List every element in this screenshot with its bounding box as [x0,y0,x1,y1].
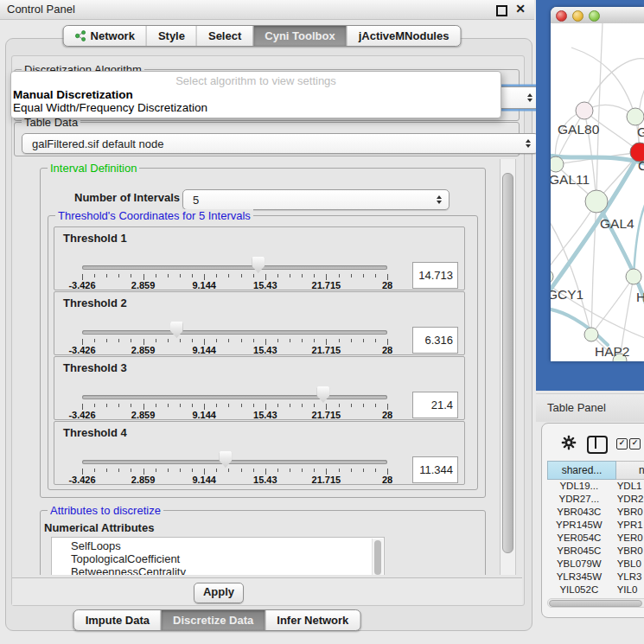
float-window-icon[interactable] [496,5,507,16]
table-row[interactable]: YLR345WYLR3 [547,571,644,583]
threshold-value-field[interactable]: 21.4 [412,392,458,418]
cell-name: YBR0 [611,506,644,519]
node-gal80[interactable] [576,102,593,119]
table-row[interactable]: YER054CYER0 [547,532,644,545]
table-row[interactable]: YDR27...YDR2 [547,493,644,506]
tick-mark [118,404,119,407]
table-hscrollbar[interactable] [547,598,644,608]
table-row[interactable]: YIL052CYIL0 [547,583,644,596]
tick-mark [228,274,229,277]
node-hap2[interactable] [584,328,598,341]
tab-style[interactable]: Style [146,26,196,46]
close-icon[interactable]: ✕ [515,2,526,16]
tick-label: 2.859 [131,345,156,355]
column-header-name[interactable]: na [616,461,644,480]
tick-mark [253,339,254,342]
list-item[interactable]: TopologicalCoefficient [52,552,384,565]
network-canvas[interactable]: GAL80 GA C GAL11 GAL4 GCY1 H HAP2 [551,23,644,361]
tick-label: 21.715 [312,280,341,290]
tick-mark [375,404,376,407]
slider-thumb[interactable] [170,322,183,338]
threshold-value-field[interactable]: 11.344 [412,456,458,483]
table-data-combobox[interactable]: galFiltered.sif default node [22,133,539,154]
group-title: Threshold's Coordinates for 5 Intervals [55,209,253,222]
node-gal4[interactable] [585,190,608,213]
threshold-value-field[interactable]: 14.713 [412,262,458,289]
tick-mark [168,404,169,407]
tab-impute-data[interactable]: Impute Data [74,610,161,630]
tick-mark [143,274,144,280]
checkbox-icon[interactable]: ✓ [616,438,628,450]
network-window: GAL80 GA C GAL11 GAL4 GCY1 H HAP2 [551,7,644,361]
list-item[interactable]: SelfLoops [52,539,384,552]
slider-tick-labels: -3.426 2.859 9.144 15.43 21.715 28 [82,280,387,290]
attributes-list[interactable]: SelfLoops TopologicalCoefficient Between… [51,537,385,575]
dropdown-option-equal-width[interactable]: Equal Width/Frequency Discretization [11,101,501,114]
node-gcy1[interactable] [551,270,553,284]
tick-mark [106,404,107,407]
tick-label: 15.43 [253,280,277,290]
tick-mark [106,274,107,277]
column-header-shared-name[interactable]: shared... [547,461,616,480]
table-row[interactable]: YDL19...YDL1 [547,480,644,493]
table-row[interactable]: YPR145WYPR1 [547,519,644,532]
tab-infer-network[interactable]: Infer Network [265,610,360,630]
list-item[interactable]: BetweennessCentrality [52,565,384,575]
tick-label: 2.859 [131,475,156,485]
threshold-panel: Threshold 1 -3.426 2.859 9.144 15.43 21.… [54,226,465,290]
table-body[interactable]: YDL19...YDL1YDR27...YDR2YBR043CYBR0YPR14… [547,480,644,596]
tick-mark [387,404,388,410]
tick-mark [131,404,131,407]
table-row[interactable]: YBR043CYBR0 [547,506,644,519]
attributes-group: Attributes to discretize Numerical Attri… [40,510,486,575]
tab-network[interactable]: Network [64,26,146,46]
scrollbar-thumb[interactable] [502,173,513,553]
cell-shared-name: YDR27... [547,493,611,506]
tab-select[interactable]: Select [196,26,252,46]
list-scrollbar[interactable] [372,539,383,575]
tick-label: -3.426 [68,410,95,420]
tab-jactivemnodules[interactable]: jActiveMNodules [347,26,461,46]
numerical-attributes-label: Numerical Attributes [44,521,154,534]
tick-mark [277,339,278,342]
minimize-traffic-light[interactable] [572,10,583,22]
tick-mark [290,274,290,277]
node-h[interactable] [626,269,641,284]
columns-icon[interactable] [587,436,608,454]
cell-shared-name: YDL19... [547,480,611,493]
table-row[interactable]: YBR045CYBR0 [547,545,644,558]
network-nodes[interactable] [551,102,644,361]
num-intervals-combobox[interactable]: 5 [182,189,450,210]
slider-thumb[interactable] [316,386,329,403]
dropdown-option-manual[interactable]: Manual Discretization [11,88,501,101]
apply-row: Apply [12,577,522,605]
network-window-titlebar[interactable] [551,7,644,24]
tab-cyni-toolbox[interactable]: Cyni Toolbox [252,26,346,46]
num-intervals-value: 5 [193,194,199,207]
group-title: Attributes to discretize [48,504,163,517]
node-ga[interactable] [627,108,644,125]
tab-discretize-data[interactable]: Discretize Data [161,610,265,630]
settings-scrollbar[interactable] [500,159,516,575]
slider-thumb[interactable] [219,451,232,468]
apply-button[interactable]: Apply [194,583,244,603]
cell-shared-name: YIL052C [547,583,611,596]
zoom-traffic-light[interactable] [589,10,600,22]
slider-thumb[interactable] [252,257,265,273]
scrollbar-thumb[interactable] [549,600,642,608]
tick-mark [241,469,242,472]
tick-mark [118,274,119,277]
tick-mark [192,404,193,407]
node-gal11[interactable] [551,156,564,172]
table-row[interactable]: YBL079WYBL0 [547,558,644,571]
close-traffic-light[interactable] [556,10,567,22]
node-label: H [636,290,644,304]
checkbox-icon[interactable]: ✓ [629,438,641,450]
tick-mark [302,469,303,472]
threshold-value-field[interactable]: 6.316 [412,327,458,354]
tick-mark [94,274,95,277]
gear-icon[interactable] [561,435,577,450]
cell-name: YLR3 [611,571,644,583]
tick-mark [326,469,327,475]
tick-mark [339,404,340,407]
